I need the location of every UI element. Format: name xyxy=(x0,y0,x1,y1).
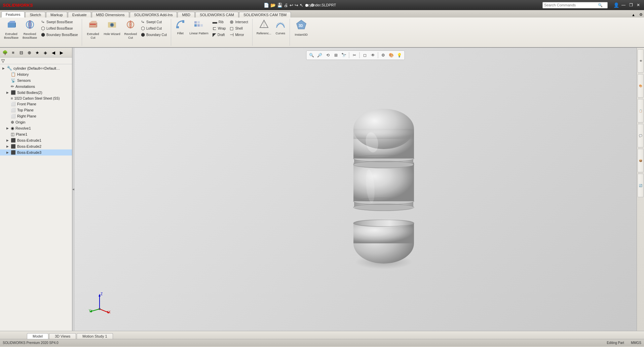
view-selector-button[interactable]: ⊞ xyxy=(332,51,340,59)
revolved-boss-button[interactable]: RevolvedBoss/Base xyxy=(21,19,38,40)
linear-pattern-button[interactable]: Linear Pattern xyxy=(188,19,210,36)
panel-back[interactable]: ◀ xyxy=(50,49,57,56)
tab-motion-study[interactable]: Motion Study 1 xyxy=(77,333,113,339)
features-group: Fillet Linear Pattern ▬ Rib ⊏ Wrap xyxy=(174,19,253,46)
boss-base-group: ExtrudedBoss/Base RevolvedBoss/Base ⤷ Sw… xyxy=(3,19,82,46)
plane1-expander xyxy=(5,132,9,136)
instant3d-button[interactable]: 3D Instant3D xyxy=(293,19,310,37)
solidworks-forum-button[interactable]: 💬 xyxy=(638,124,644,147)
zoom-in-button[interactable]: 🔎 xyxy=(316,51,324,59)
user-icon[interactable]: 👤 xyxy=(613,2,619,8)
close-button[interactable]: ✕ xyxy=(635,2,641,8)
tree-revolve1[interactable]: ▶ ◉ Revolve1 xyxy=(0,125,72,131)
tab-markup[interactable]: Markup xyxy=(46,12,67,18)
appearance-button[interactable]: 🎨 xyxy=(388,51,395,59)
tree-boss-extrude3[interactable]: ▶ ⬛ Boss-Extrude3 xyxy=(0,149,72,155)
realview-button[interactable]: 💡 xyxy=(396,51,403,59)
tab-3d-views[interactable]: 3D Views xyxy=(49,333,76,339)
shell-button[interactable]: ◻ Shell xyxy=(228,25,249,31)
lofted-boss-button[interactable]: ⬡ Lofted Boss/Base xyxy=(40,25,79,31)
property-manager-tab[interactable]: ≡ xyxy=(9,49,17,56)
extruded-boss-button[interactable]: ExtrudedBoss/Base xyxy=(3,19,20,40)
feature-manager-tab[interactable]: 🌳 xyxy=(1,49,9,56)
boundary-cut-button[interactable]: ⬢ Boundary Cut xyxy=(140,32,168,38)
tree-boss-extrude2[interactable]: ▶ ⬛ Boss-Extrude2 xyxy=(0,143,72,149)
restore-button[interactable]: ❐ xyxy=(628,2,634,8)
print-button[interactable]: 🖨 xyxy=(284,3,288,8)
ribbon-options-icon[interactable]: ⚙ xyxy=(638,12,644,18)
tab-solidworks-cam[interactable]: SOLIDWORKS CAM xyxy=(195,12,238,18)
extruded-boss-icon xyxy=(6,20,16,32)
draft-button[interactable]: ◤ Draft xyxy=(211,32,227,38)
revolved-cut-button[interactable]: RevolvedCut xyxy=(123,19,138,40)
curves-button[interactable]: Curves xyxy=(274,19,287,36)
lofted-cut-button[interactable]: ⬡ Lofted Cut xyxy=(140,25,168,31)
boundary-boss-label: Boundary Boss/Base xyxy=(46,33,78,37)
tab-solidworks-cam-tbm[interactable]: SOLIDWORKS CAM TBM xyxy=(239,12,291,18)
appearance-panel-button[interactable]: 🎨 xyxy=(638,74,644,98)
swept-boss-button[interactable]: ⤷ Swept Boss/Base xyxy=(40,19,79,25)
mirror-button[interactable]: ⊣ Mirror xyxy=(228,32,249,38)
tree-plane1[interactable]: ◫ Plane1 xyxy=(0,131,72,137)
standard-views-button[interactable]: 🔭 xyxy=(340,51,348,59)
tab-mbd-dimensions[interactable]: MBD Dimensions xyxy=(92,12,129,18)
dim-xpert-tab[interactable]: ⊕ xyxy=(26,49,33,56)
display-manager-tab[interactable]: ★ xyxy=(34,49,41,56)
tree-boss-extrude1[interactable]: ▶ ⬛ Boss-Extrude1 xyxy=(0,137,72,143)
help-icon[interactable]: ? xyxy=(604,3,606,7)
panel-forward[interactable]: ▶ xyxy=(58,49,65,56)
tree-sensors[interactable]: 📡 Sensors xyxy=(0,77,72,83)
rib-button[interactable]: ▬ Rib xyxy=(211,19,227,25)
ribbon-tabs: Features Sketch Markup Evaluate MBD Dime… xyxy=(0,10,644,18)
search-area[interactable]: 🔍 ? xyxy=(542,2,608,8)
plane1-icon: ◫ xyxy=(11,132,14,137)
redo-button[interactable]: ↪ xyxy=(295,3,298,8)
revolved-cut-icon xyxy=(126,20,135,32)
tree-solid-bodies[interactable]: ▶ ⬛ Solid Bodies(2) xyxy=(0,90,72,96)
tree-annotations[interactable]: ✏ Annotations xyxy=(0,83,72,90)
display-style-button[interactable]: ◻ xyxy=(361,51,369,59)
tree-top-plane[interactable]: ⬜ Top Plane xyxy=(0,107,72,113)
tree-history[interactable]: 📋 History xyxy=(0,71,72,77)
new-button[interactable]: 📄 xyxy=(264,3,269,8)
tree-origin[interactable]: ⊕ Origin xyxy=(0,119,72,125)
tab-solidworks-addins[interactable]: SOLIDWORKS Add-Ins xyxy=(130,12,177,18)
tree-right-plane[interactable]: ⬜ Right Plane xyxy=(0,113,72,119)
configuration-manager-tab[interactable]: ⊟ xyxy=(17,49,25,56)
custom-properties-button[interactable]: 📋 xyxy=(638,99,644,123)
cam-feature-tab[interactable]: ◈ xyxy=(42,49,49,56)
tree-front-plane[interactable]: ⬜ Front Plane xyxy=(0,101,72,107)
ribbon-expand-icon[interactable]: ▲ xyxy=(629,12,638,18)
minimize-button[interactable]: — xyxy=(620,2,627,8)
view-palette-button[interactable]: 👁 xyxy=(638,49,644,73)
solidworks-resources-button[interactable]: 📦 xyxy=(638,149,644,172)
previous-view-button[interactable]: ⟲ xyxy=(324,51,332,59)
cursor-button[interactable]: ↖ xyxy=(300,3,303,8)
document-recovery-button[interactable]: 🔄 xyxy=(638,174,644,197)
tab-model[interactable]: Model xyxy=(27,333,48,339)
tab-sketch[interactable]: Sketch xyxy=(25,12,45,18)
app-logo: SOLIDWORKS xyxy=(3,3,33,8)
3d-viewport[interactable]: 🔍 🔎 ⟲ ⊞ 🔭 ✂ ◻ 👁 ⚙ 🎨 💡 xyxy=(74,48,637,331)
view-settings-button[interactable]: ⚙ xyxy=(380,51,387,59)
swept-cut-button[interactable]: ⤷ Swept Cut xyxy=(140,19,168,25)
wrap-button[interactable]: ⊏ Wrap xyxy=(211,25,227,31)
open-button[interactable]: 📂 xyxy=(270,3,276,8)
section-view-button[interactable]: ✂ xyxy=(351,51,358,59)
search-input[interactable] xyxy=(544,3,598,7)
save-button[interactable]: 💾 xyxy=(277,3,282,8)
hide-show-button[interactable]: 👁 xyxy=(369,51,377,59)
tab-features[interactable]: Features xyxy=(1,11,25,18)
tree-root[interactable]: ▶ 🔧 cylinder (Default<<Default>_Displa xyxy=(0,65,72,71)
intersect-button[interactable]: ⊗ Intersect xyxy=(228,19,249,25)
hole-wizard-button[interactable]: Hole Wizard xyxy=(102,19,121,37)
fillet-button[interactable]: Fillet xyxy=(174,19,187,36)
reference-geometry-button[interactable]: Referenc... xyxy=(255,19,273,36)
undo-button[interactable]: ↩ xyxy=(290,3,293,8)
tab-evaluate[interactable]: Evaluate xyxy=(68,12,91,18)
tree-material[interactable]: ≡ 1023 Carbon Steel Sheet (SS) xyxy=(0,96,72,101)
extruded-cut-button[interactable]: ExtrudedCut xyxy=(85,19,101,40)
boundary-boss-button[interactable]: ⬢ Boundary Boss/Base xyxy=(40,32,79,38)
zoom-to-fit-button[interactable]: 🔍 xyxy=(308,51,315,59)
tab-mbd[interactable]: MBD xyxy=(178,12,194,18)
